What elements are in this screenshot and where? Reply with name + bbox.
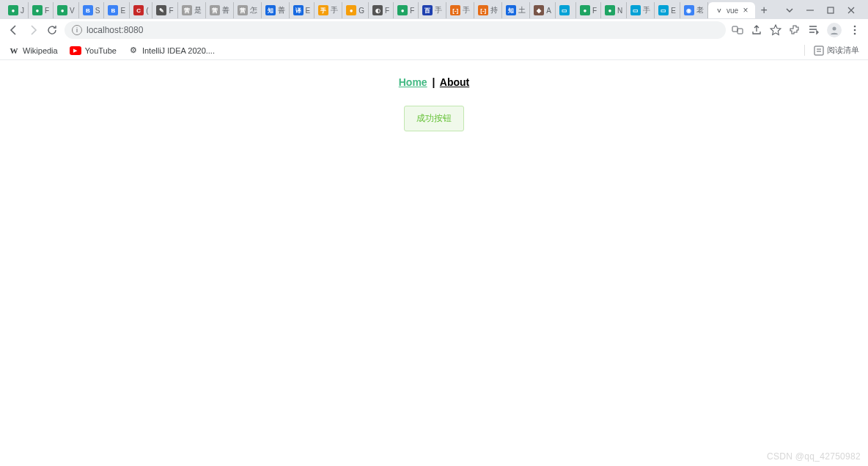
- tab-background[interactable]: BS: [79, 2, 105, 18]
- nav-link-home[interactable]: Home: [399, 76, 427, 88]
- tab-label: S: [95, 7, 100, 15]
- tab-label: 手: [643, 5, 650, 15]
- tab-label: 手: [435, 5, 442, 15]
- tab-background[interactable]: 知土: [502, 2, 530, 18]
- tab-background[interactable]: BE: [104, 2, 130, 18]
- tab-label: 善: [278, 5, 285, 15]
- bookmark-youtube[interactable]: ▶ YouTube: [70, 46, 117, 55]
- bookmark-intellij[interactable]: ⚙ IntelliJ IDEA 2020....: [128, 45, 215, 56]
- tab-background[interactable]: [-]持: [474, 2, 502, 18]
- tab-background[interactable]: C(: [130, 2, 152, 18]
- favicon: 手: [318, 5, 328, 15]
- tab-background[interactable]: ●G: [342, 2, 369, 18]
- tab-label: F: [169, 7, 173, 15]
- svg-rect-3: [738, 29, 743, 34]
- tab-background[interactable]: ●F: [394, 2, 419, 18]
- tab-active[interactable]: V vue ×: [708, 2, 755, 18]
- site-info-icon[interactable]: i: [72, 25, 82, 35]
- new-tab-button[interactable]: +: [755, 2, 773, 18]
- tab-title: vue: [727, 7, 738, 15]
- tab-background[interactable]: 百手: [419, 2, 446, 18]
- tab-label: 怎: [250, 5, 257, 15]
- tab-background[interactable]: 知善: [262, 2, 290, 18]
- nav-link-about[interactable]: About: [440, 76, 469, 88]
- tab-background[interactable]: 营怎: [234, 2, 262, 18]
- favicon: 营: [182, 5, 192, 15]
- tab-label: G: [358, 7, 364, 15]
- tab-background[interactable]: [-]手: [446, 2, 474, 18]
- close-icon[interactable]: ×: [742, 7, 749, 14]
- tab-background[interactable]: ●F: [576, 2, 601, 18]
- tab-background[interactable]: 营善: [206, 2, 234, 18]
- svg-point-6: [854, 29, 856, 32]
- share-icon[interactable]: [751, 24, 762, 36]
- tab-background[interactable]: ▭: [556, 2, 576, 18]
- address-bar[interactable]: i localhost:8080: [65, 21, 726, 39]
- favicon: ●: [397, 5, 408, 15]
- bookmark-wikipedia[interactable]: W Wikipedia: [9, 45, 58, 56]
- tab-label: 老: [696, 5, 704, 15]
- tab-label: 土: [518, 5, 526, 15]
- favicon: ◉: [684, 5, 694, 15]
- reading-list-icon[interactable]: [808, 24, 820, 36]
- extensions-icon[interactable]: [789, 24, 801, 36]
- favicon: 知: [506, 5, 516, 15]
- tab-background[interactable]: 译E: [290, 2, 315, 18]
- favicon: 译: [293, 5, 304, 15]
- favicon: [-]: [478, 5, 488, 15]
- favicon: 营: [210, 5, 220, 15]
- svg-rect-2: [732, 26, 738, 32]
- minimize-button[interactable]: [805, 5, 815, 15]
- favicon: C: [133, 5, 144, 15]
- tab-label: 手: [463, 5, 470, 15]
- tab-label: 善: [222, 5, 229, 15]
- tab-background[interactable]: ✎F: [152, 2, 177, 18]
- tab-background[interactable]: ●N: [601, 2, 627, 18]
- browser-toolbar: i localhost:8080: [0, 19, 868, 41]
- tabs-dropdown-icon[interactable]: [784, 5, 795, 15]
- tab-label: 是: [194, 5, 202, 15]
- reload-button[interactable]: [45, 23, 59, 37]
- tab-background[interactable]: ▭E: [655, 2, 680, 18]
- intellij-icon: ⚙: [128, 45, 139, 56]
- reading-list-button[interactable]: 阅读清单: [804, 45, 859, 56]
- menu-icon[interactable]: [849, 24, 861, 36]
- favicon: ●: [605, 5, 615, 15]
- favicon: ●: [346, 5, 356, 15]
- tab-background[interactable]: 营是: [178, 2, 206, 18]
- favicon: ◆: [534, 5, 544, 15]
- list-icon: [814, 45, 824, 56]
- success-button[interactable]: 成功按钮: [404, 106, 464, 131]
- tab-label: V: [70, 7, 75, 15]
- back-button[interactable]: [7, 23, 21, 37]
- favicon: ▭: [559, 5, 570, 15]
- tab-label: E: [120, 7, 125, 15]
- tab-background[interactable]: ◐F: [369, 2, 394, 18]
- favicon: ●: [8, 5, 18, 15]
- favicon: [-]: [450, 5, 460, 15]
- nav-separator: |: [433, 76, 435, 88]
- page-content: Home | About 成功按钮: [0, 60, 868, 427]
- svg-point-4: [833, 27, 836, 31]
- bookmark-star-icon[interactable]: [770, 24, 781, 36]
- favicon: B: [108, 5, 118, 15]
- tab-background[interactable]: ●V: [54, 2, 79, 18]
- browser-chrome: ●J●F●VBSBEC(✎F营是营善营怎知善译E手手●G◐F●F百手[-]手[-…: [0, 0, 868, 60]
- svg-rect-1: [828, 7, 834, 13]
- tab-background[interactable]: ◉老: [680, 2, 708, 18]
- tab-background[interactable]: ●J: [4, 2, 29, 18]
- forward-button[interactable]: [26, 23, 40, 37]
- favicon: ▭: [658, 5, 669, 15]
- tab-background[interactable]: ◆A: [530, 2, 556, 18]
- tab-background[interactable]: ●F: [29, 2, 54, 18]
- url-text: localhost:8080: [87, 25, 143, 35]
- translate-icon[interactable]: [732, 24, 743, 36]
- window-controls: [784, 5, 864, 15]
- tab-label: F: [592, 7, 597, 15]
- tab-background[interactable]: ▭手: [627, 2, 655, 18]
- close-window-button[interactable]: [846, 5, 856, 15]
- profile-avatar[interactable]: [827, 23, 842, 37]
- bookmarks-bar: W Wikipedia ▶ YouTube ⚙ IntelliJ IDEA 20…: [0, 41, 868, 60]
- maximize-button[interactable]: [825, 5, 836, 15]
- tab-background[interactable]: 手手: [315, 2, 342, 18]
